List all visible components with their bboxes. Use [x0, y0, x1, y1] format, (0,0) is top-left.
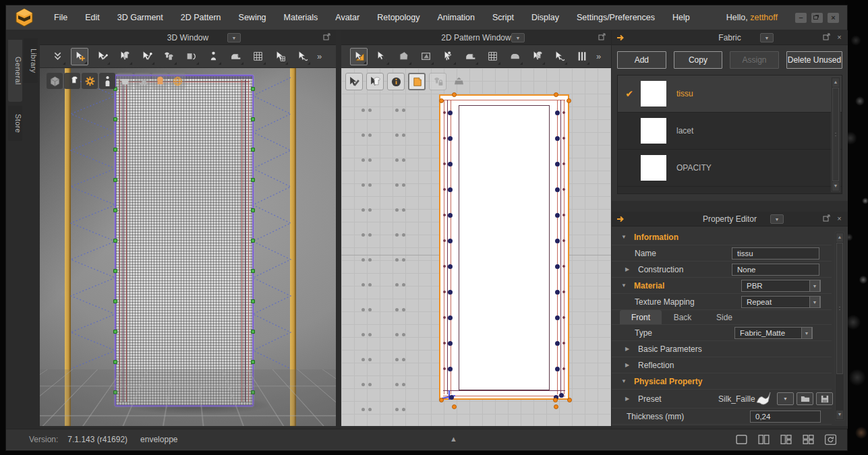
segment-pin[interactable]	[113, 330, 117, 334]
delete-unused-button[interactable]: Delete Unused	[786, 51, 842, 69]
pattern-point[interactable]	[562, 239, 565, 242]
chevron-down-icon[interactable]: ▼	[809, 280, 820, 292]
section-expanded-icon[interactable]: ▼	[621, 378, 628, 384]
section-collapsed-icon[interactable]: ▶	[625, 346, 632, 352]
thickness-input[interactable]: 0,24	[750, 411, 821, 423]
pattern-point[interactable]	[555, 264, 560, 269]
3d-viewport[interactable]	[40, 68, 336, 426]
segment-pin[interactable]	[113, 208, 117, 212]
tool-sewing-machine-icon[interactable]	[461, 48, 479, 65]
pattern-point[interactable]	[443, 162, 446, 165]
tool-flip-pattern-icon[interactable]	[182, 48, 200, 65]
tab-side[interactable]: Side	[703, 310, 745, 324]
tool-transform-pattern-icon[interactable]	[350, 48, 368, 65]
material-type-dropdown[interactable]: PBR ▼	[741, 280, 821, 292]
pattern-point[interactable]	[448, 136, 453, 141]
pattern-point[interactable]	[443, 291, 446, 293]
tool-create-rect-icon[interactable]	[417, 48, 434, 65]
segment-pin[interactable]	[113, 299, 117, 303]
chevron-down-icon[interactable]: ▼	[801, 327, 812, 339]
tab-back[interactable]: Back	[662, 310, 703, 324]
segment-pin[interactable]	[113, 360, 117, 364]
menu-edit[interactable]: Edit	[76, 13, 109, 22]
restore-button[interactable]	[811, 13, 823, 23]
3d-window-titlebar[interactable]: 3D Window ▼	[40, 30, 336, 45]
pattern-point[interactable]	[562, 316, 565, 319]
tool-fold-arrangement-icon[interactable]	[160, 48, 177, 65]
pattern-point[interactable]	[448, 367, 453, 371]
property-editor-close-icon[interactable]: ×	[834, 214, 844, 224]
scroll-up-icon[interactable]: ▲	[836, 233, 843, 242]
tool-edit-pattern-icon[interactable]	[372, 48, 390, 65]
segment-pin[interactable]	[251, 178, 255, 182]
2d-window-menu-dropdown[interactable]: ▼	[511, 33, 525, 42]
pattern-point[interactable]	[448, 239, 453, 243]
layout-single-icon[interactable]	[733, 433, 750, 447]
pattern-point[interactable]	[448, 341, 453, 346]
pattern-corner-point[interactable]	[439, 398, 444, 402]
menu-retopology[interactable]: Retopology	[368, 13, 428, 22]
minimize-button[interactable]: –	[795, 13, 807, 23]
segment-pin[interactable]	[113, 239, 117, 243]
fabric-float-icon[interactable]	[821, 33, 832, 42]
fabric-item-lacet[interactable]: lacet	[618, 113, 842, 150]
pattern-point[interactable]	[448, 162, 453, 166]
pattern-point[interactable]	[559, 393, 564, 398]
scroll-down-icon[interactable]: ▼	[832, 182, 839, 191]
scroll-down-icon[interactable]: ▼	[836, 411, 843, 419]
fabric-close-icon[interactable]: ×	[834, 33, 844, 42]
segment-pin[interactable]	[251, 87, 255, 91]
segment-pin[interactable]	[251, 239, 255, 243]
layout-three-icon[interactable]	[778, 433, 794, 447]
menu-sewing[interactable]: Sewing	[230, 13, 275, 22]
menu-help[interactable]: Help	[664, 13, 699, 22]
view-show-head-icon[interactable]	[152, 73, 168, 89]
construction-field[interactable]: None	[732, 264, 819, 276]
pattern-point[interactable]	[448, 213, 453, 218]
menu-script[interactable]: Script	[484, 13, 523, 22]
section-physical-property[interactable]: ▼ Physical Property	[612, 373, 832, 390]
tool-simulate-icon[interactable]	[49, 48, 66, 65]
section-expanded-icon[interactable]: ▼	[621, 234, 628, 240]
menu-materials[interactable]: Materials	[275, 13, 327, 22]
view-pen-icon[interactable]	[345, 73, 363, 90]
segment-pin[interactable]	[113, 269, 117, 273]
scrollbar-thumb[interactable]	[836, 243, 843, 374]
view-simulation-settings-icon[interactable]	[82, 73, 98, 89]
sidebar-tab-general[interactable]: General	[8, 40, 22, 102]
fabric-menu-dropdown[interactable]: ▼	[760, 33, 774, 42]
pattern-point[interactable]	[448, 111, 453, 115]
section-information[interactable]: ▼ Information	[612, 229, 832, 245]
tool-select-net-icon[interactable]	[271, 48, 289, 65]
2d-window-titlebar[interactable]: 2D Pattern Window ▼	[341, 30, 611, 45]
fabric-item-tissu[interactable]: ✔tissu	[618, 75, 842, 113]
pattern-point[interactable]	[443, 111, 446, 114]
tool-grid-texture-icon[interactable]	[484, 48, 501, 65]
view-show-garment-icon[interactable]	[64, 73, 80, 89]
menu-3d-garment[interactable]: 3D Garment	[109, 13, 172, 22]
tool-pleats-icon[interactable]	[573, 48, 590, 65]
tool-putty-icon[interactable]	[293, 48, 311, 65]
section-collapsed-icon[interactable]: ▶	[625, 266, 632, 272]
pattern-point[interactable]	[443, 137, 446, 140]
tool-sewing-machine-icon[interactable]	[227, 48, 244, 65]
pattern-point[interactable]	[555, 341, 560, 346]
property-editor-scrollbar[interactable]: ▲ ▼	[835, 232, 844, 421]
pattern-point[interactable]	[449, 395, 454, 400]
pattern-point[interactable]	[562, 291, 565, 293]
pattern-point[interactable]	[448, 264, 453, 269]
2d-viewport[interactable]	[341, 68, 611, 426]
chevron-down-icon[interactable]: ▼	[809, 296, 820, 308]
pattern-point[interactable]	[555, 239, 560, 243]
view-show-net-icon[interactable]	[169, 73, 185, 89]
open-folder-icon[interactable]	[797, 392, 813, 405]
toolbar-more-icon[interactable]: »	[596, 51, 601, 61]
tool-select-mesh-icon[interactable]	[115, 48, 133, 65]
view-lock-garment-icon[interactable]	[429, 73, 446, 90]
pattern-corner-point[interactable]	[554, 404, 558, 409]
pattern-point[interactable]	[443, 316, 446, 319]
fabric-scrollbar[interactable]: ▲ ▼	[831, 77, 840, 192]
segment-pin[interactable]	[251, 148, 255, 152]
view-cloth-icon[interactable]	[117, 73, 133, 89]
menu-2d-pattern[interactable]: 2D Pattern	[172, 13, 230, 22]
